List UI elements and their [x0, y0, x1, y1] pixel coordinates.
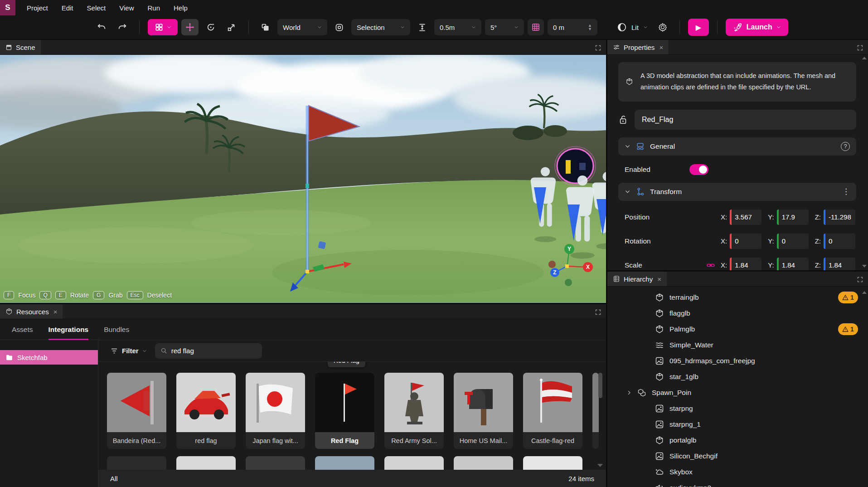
scale-link-icon[interactable] — [706, 261, 715, 270]
resource-card[interactable]: Home US Mail... — [454, 373, 513, 449]
play-button[interactable]: ▶ — [688, 19, 709, 36]
close-icon[interactable]: × — [659, 44, 663, 51]
settings-button[interactable] — [654, 19, 671, 35]
position-x-field[interactable]: 3.567 — [730, 209, 761, 225]
tab-assets[interactable]: Assets — [12, 319, 33, 340]
launch-button[interactable]: Launch — [726, 19, 788, 36]
footer-item-count: 24 items — [568, 475, 594, 482]
hierarchy-item-simple-water[interactable]: Simple_Water — [607, 337, 868, 353]
rotation-y-field[interactable]: 0 — [777, 234, 809, 249]
transform-menu-icon[interactable]: ⋮ — [842, 187, 850, 196]
redo-button[interactable] — [114, 19, 131, 35]
space-dropdown[interactable]: World — [277, 19, 327, 35]
hierarchy-item-star-1glb[interactable]: star_1glb — [607, 369, 868, 385]
scene-tab[interactable]: Scene — [0, 40, 41, 54]
menu-select[interactable]: Select — [81, 0, 112, 15]
help-icon[interactable]: ? — [841, 142, 850, 151]
hierarchy-item-terrainglb[interactable]: terrainglb 1 — [607, 289, 868, 305]
hierarchy-item-silicon-bechgif[interactable]: Silicon_Bechgif — [607, 448, 868, 464]
hierarchy-item-flagglb[interactable]: flagglb — [607, 305, 868, 321]
warning-badge[interactable]: 1 — [838, 323, 858, 335]
hierarchy-tab[interactable]: Hierarchy × — [607, 272, 667, 286]
menu-project[interactable]: Project — [21, 0, 54, 15]
menu-run[interactable]: Run — [142, 0, 166, 15]
position-z-field[interactable]: -11.298 — [824, 209, 855, 225]
hierarchy-item-starpng[interactable]: starpng — [607, 400, 868, 416]
viewport-3d[interactable]: Y X Z F Focus Q E Rotate G Grab Esc Dese… — [0, 55, 606, 303]
expand-panel-icon[interactable] — [857, 275, 863, 283]
tab-bundles[interactable]: Bundles — [104, 319, 129, 340]
expand-chevron-icon[interactable] — [626, 389, 632, 397]
hierarchy-item-starpng-1[interactable]: starpng_1 — [607, 416, 868, 432]
scroll-up-icon[interactable] — [862, 57, 867, 59]
resource-card-label: Red Flag — [315, 432, 374, 449]
close-icon[interactable]: × — [53, 308, 58, 316]
expand-panel-icon[interactable] — [595, 44, 601, 52]
sidebar-item-sketchfab[interactable]: Sketchfab — [0, 350, 98, 365]
resource-card-partial[interactable] — [592, 373, 599, 449]
resource-card[interactable]: Bandeira (Red... — [107, 373, 166, 449]
snap-angle-dropdown[interactable]: 5° — [485, 19, 524, 35]
scale-y-field[interactable]: 1.84 — [777, 258, 809, 270]
component-description: A 3D model abstraction that can include … — [640, 70, 849, 93]
enabled-row: Enabled — [618, 164, 856, 175]
menu-edit[interactable]: Edit — [56, 0, 79, 15]
expand-panel-icon[interactable] — [857, 44, 863, 52]
resource-card[interactable]: red flag — [176, 373, 236, 449]
grid-tool-button[interactable] — [148, 19, 178, 35]
scale-tool-button[interactable] — [223, 19, 240, 35]
resource-card[interactable]: Castle-flag-red — [523, 373, 582, 449]
search-box[interactable] — [155, 343, 262, 359]
duplicate-button[interactable] — [257, 19, 274, 35]
enabled-toggle[interactable] — [689, 164, 708, 175]
snap-distance-dropdown[interactable]: 0.5m — [434, 19, 481, 35]
tab-integrations[interactable]: Integrations — [48, 319, 89, 340]
stepper-arrows[interactable]: ▲▼ — [588, 24, 592, 31]
app-logo[interactable]: S — [0, 0, 15, 15]
grid-scrollbar[interactable] — [598, 373, 602, 398]
search-input[interactable] — [171, 347, 257, 355]
resource-card-selected[interactable]: Red Flag — [315, 373, 374, 449]
undo-button[interactable] — [93, 19, 110, 35]
section-transform[interactable]: Transform ⋮ — [618, 183, 856, 201]
scroll-down-icon[interactable] — [862, 265, 867, 268]
shading-dropdown[interactable]: Lit — [614, 19, 650, 35]
menu-help[interactable]: Help — [168, 0, 194, 15]
warning-badge[interactable]: 1 — [838, 292, 858, 303]
elevation-stepper[interactable]: 0 m ▲▼ — [548, 19, 597, 35]
filter-button[interactable]: Filter — [110, 347, 147, 355]
expand-panel-icon[interactable] — [595, 308, 601, 316]
footer-filter-all[interactable]: All — [110, 475, 118, 482]
snap-object-button[interactable] — [331, 19, 348, 35]
rotation-z-field[interactable]: 0 — [824, 234, 855, 249]
hierarchy-list: terrainglb 1 flagglb Palmglb 1 Simple_Wa… — [607, 287, 868, 487]
chevron-down-icon[interactable] — [625, 143, 630, 149]
scale-x-field[interactable]: 1.84 — [730, 258, 761, 270]
scale-z-field[interactable]: 1.84 — [824, 258, 855, 270]
resources-tab[interactable]: Resources × — [0, 304, 63, 319]
menu-view[interactable]: View — [113, 0, 140, 15]
grid-scroll-down-icon[interactable] — [597, 464, 603, 467]
resource-card[interactable]: Red Army Sol... — [384, 373, 444, 449]
selection-dropdown[interactable]: Selection — [351, 19, 410, 35]
rotate-tool-button[interactable] — [202, 19, 219, 35]
rotation-x-field[interactable]: 0 — [730, 234, 761, 249]
close-icon[interactable]: × — [657, 275, 661, 283]
hierarchy-item-skybox[interactable]: Skybox — [607, 464, 868, 480]
grid-snap-toggle[interactable] — [528, 19, 544, 35]
hierarchy-item-palmglb[interactable]: Palmglb 1 — [607, 321, 868, 337]
position-y-field[interactable]: 17.9 — [777, 209, 809, 225]
lock-icon[interactable] — [618, 115, 628, 125]
tooltip-red-flag: Red Flag — [328, 362, 365, 367]
hierarchy-item-audiovukmp3[interactable]: audiovukmp3 — [607, 480, 868, 487]
resource-card[interactable]: Japan flag wit... — [246, 373, 305, 449]
properties-tab[interactable]: Properties × — [607, 40, 669, 54]
object-name-input[interactable]: Red_Flag — [635, 110, 856, 130]
chevron-down-icon[interactable] — [625, 189, 630, 195]
hierarchy-item-hdrmaps[interactable]: 095_hdrmaps_com_freejpg — [607, 353, 868, 369]
hierarchy-item-portalglb[interactable]: portalglb — [607, 432, 868, 448]
move-tool-button[interactable] — [181, 19, 199, 35]
section-general[interactable]: General ? — [618, 137, 856, 156]
vertical-snap-button[interactable] — [414, 19, 431, 35]
hierarchy-item-spawn-point[interactable]: Spawn_Poin — [607, 385, 868, 400]
